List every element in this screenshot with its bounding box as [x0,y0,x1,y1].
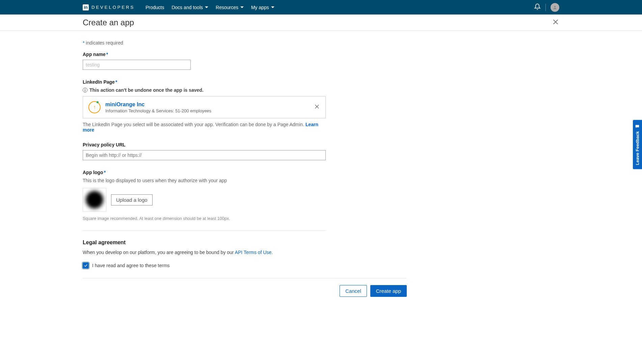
top-nav: in DEVELOPERS Products Docs and tools Re… [0,0,642,15]
info-icon: i [83,88,87,92]
logo-preview [83,188,106,212]
feedback-tab[interactable]: Leave Feedback [633,120,642,169]
privacy-url-label: Privacy policy URL [83,142,326,147]
privacy-url-input[interactable] [83,150,326,160]
create-app-button[interactable]: Create app [370,285,407,297]
remove-page-icon[interactable] [314,104,320,111]
feedback-label: Leave Feedback [635,131,640,165]
logo-hint: Square image recommended. At least one d… [83,216,326,221]
required-note-text: indicates required [86,40,123,46]
bell-icon[interactable] [534,3,541,11]
linkedin-page-warning: i This action can't be undone once the a… [83,87,326,93]
close-icon[interactable] [552,18,559,27]
agree-checkbox[interactable] [83,262,89,269]
linkedin-icon: in [83,4,89,10]
form-footer: Cancel Create app [83,278,407,297]
nav-products[interactable]: Products [145,5,164,10]
divider [83,230,326,231]
chevron-down-icon [240,6,244,8]
linkedin-page-warning-text: This action can't be undone once the app… [89,87,204,93]
svg-rect-5 [636,125,639,127]
nav-resources-label: Resources [216,5,238,10]
field-linkedin-page: LinkedIn Page* i This action can't be un… [83,79,326,133]
upload-logo-button[interactable]: Upload a logo [111,194,153,205]
company-logo: ↑ [88,101,101,113]
nav-myapps[interactable]: My apps [251,5,274,10]
linkedin-page-label: LinkedIn Page* [83,79,326,85]
field-privacy-url: Privacy policy URL [83,142,326,160]
nav-links: Products Docs and tools Resources My app… [145,5,274,10]
linkedin-page-helper: The LinkedIn Page you select will be ass… [83,122,326,133]
app-logo-label: App logo* [83,170,326,175]
svg-point-0 [554,6,556,7]
nav-myapps-label: My apps [251,5,269,10]
company-info: miniOrange Inc Information Technology & … [105,102,309,113]
header-right [534,3,559,12]
nav-products-label: Products [145,5,164,10]
selected-page-card: ↑ miniOrange Inc Information Technology … [83,96,326,118]
api-terms-link[interactable]: API Terms of Use [235,250,272,255]
app-name-label: App name* [83,52,326,57]
required-note: * indicates required [83,40,326,46]
user-avatar[interactable] [551,3,559,12]
field-app-name: App name* [83,52,326,70]
legal-section: Legal agreement When you develop on our … [83,240,326,269]
field-app-logo: App logo* This is the logo displayed to … [83,170,326,221]
chevron-down-icon [205,6,208,8]
company-name[interactable]: miniOrange Inc [105,102,309,108]
cancel-button[interactable]: Cancel [340,285,367,297]
legal-text: When you develop on our platform, you ar… [83,250,326,255]
divider [545,4,546,11]
nav-resources[interactable]: Resources [216,5,244,10]
nav-docs[interactable]: Docs and tools [171,5,208,10]
page-titlebar: Create an app [0,15,642,31]
brand-text: DEVELOPERS [91,5,135,10]
brand-logo[interactable]: in DEVELOPERS [83,4,135,10]
chevron-down-icon [271,6,274,8]
nav-docs-label: Docs and tools [171,5,203,10]
form-content: * indicates required App name* LinkedIn … [0,31,489,310]
agree-checkbox-row: I have read and agree to these terms [83,262,326,269]
app-name-input[interactable] [83,60,191,70]
chat-icon [635,124,640,129]
app-logo-desc: This is the logo displayed to users when… [83,178,326,183]
agree-checkbox-label: I have read and agree to these terms [92,263,170,268]
legal-title: Legal agreement [83,240,326,246]
company-meta: Information Technology & Services: 51-20… [105,108,309,113]
page-title: Create an app [83,18,134,27]
